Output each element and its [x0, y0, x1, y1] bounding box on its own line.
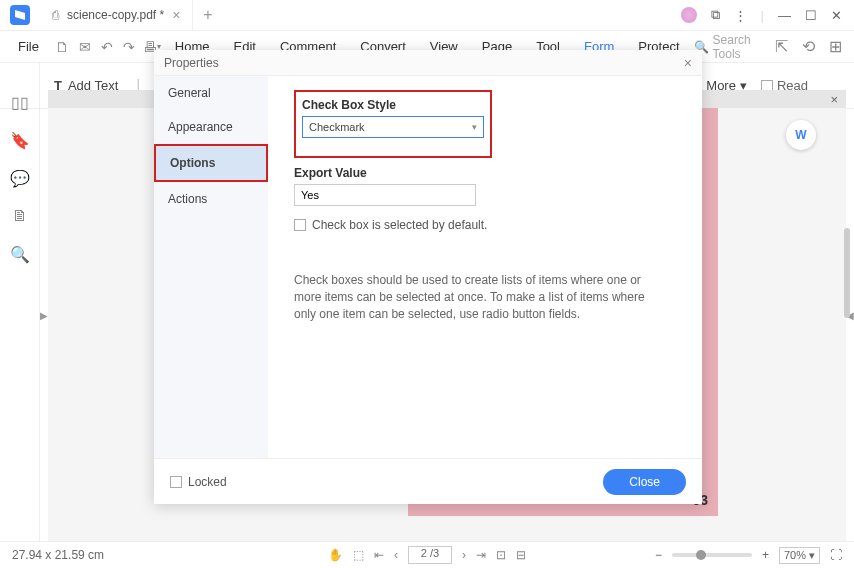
panel-content: Check Box Style Checkmark ▾ Export Value… [268, 76, 702, 458]
properties-panel: Properties × General Appearance Options … [154, 50, 702, 504]
help-text: Check boxes should be used to create lis… [294, 272, 654, 322]
panel-body: General Appearance Options Actions Check… [154, 76, 702, 458]
open-icon[interactable]: 🗋 [53, 35, 71, 59]
page-nav: ✋ ⬚ ⇤ ‹ 2 /3 › ⇥ ⊡ ⊟ [328, 546, 526, 564]
close-tab-icon[interactable]: × [172, 7, 180, 23]
search-panel-icon[interactable]: 🔍 [11, 245, 29, 263]
fit-width-icon[interactable]: ⊟ [516, 548, 526, 562]
chevron-down-icon: ▾ [472, 122, 477, 132]
word-export-badge[interactable]: W [786, 120, 816, 150]
page-indicator[interactable]: 2 /3 [408, 546, 452, 564]
select-tool-icon[interactable]: ⬚ [353, 548, 364, 562]
checkbox-icon [294, 219, 306, 231]
zoom-select[interactable]: 70% ▾ [779, 547, 820, 564]
save-icon[interactable]: ✉ [75, 35, 93, 59]
page-dimensions: 27.94 x 21.59 cm [12, 548, 104, 562]
zoom-slider[interactable] [672, 553, 752, 557]
scrollbar[interactable] [844, 108, 852, 518]
share-icon[interactable]: ⇱ [775, 37, 788, 56]
panel-close-icon[interactable]: × [684, 55, 692, 71]
highlight-checkbox-style: Check Box Style Checkmark ▾ [294, 90, 492, 158]
checkbox-style-value: Checkmark [309, 121, 365, 133]
minimize-button[interactable]: — [778, 8, 791, 23]
zoom-in-icon[interactable]: + [762, 548, 769, 562]
bookmark-icon[interactable]: 🔖 [11, 131, 29, 149]
default-checked-label: Check box is selected by default. [312, 218, 487, 232]
redo-icon[interactable]: ↷ [120, 35, 138, 59]
tab-appearance[interactable]: Appearance [154, 110, 268, 144]
export-value-label: Export Value [294, 166, 676, 180]
add-tab-button[interactable]: + [193, 6, 222, 24]
tab-title: science-copy.pdf * [67, 8, 164, 22]
tab-actions[interactable]: Actions [154, 182, 268, 216]
comments-icon[interactable]: 💬 [11, 169, 29, 187]
file-menu[interactable]: File [8, 35, 49, 58]
scroll-thumb[interactable] [844, 228, 850, 318]
search-tools[interactable]: 🔍 Search Tools [694, 33, 761, 61]
panel-header: Properties × [154, 50, 702, 76]
external-icon[interactable]: ⧉ [711, 7, 720, 23]
close-bar-icon[interactable]: × [830, 92, 838, 107]
titlebar: ⎙ science-copy.pdf * × + ⧉ ⋮ | — ☐ ✕ [0, 0, 854, 31]
zoom-out-icon[interactable]: − [655, 548, 662, 562]
zoom-thumb[interactable] [696, 550, 706, 560]
brand-orb-icon[interactable] [681, 7, 697, 23]
save-indicator-icon: ⎙ [52, 8, 59, 22]
document-tab[interactable]: ⎙ science-copy.pdf * × [40, 0, 193, 30]
tab-options[interactable]: Options [154, 144, 268, 182]
last-page-icon[interactable]: ⇥ [476, 548, 486, 562]
statusbar: 27.94 x 21.59 cm ✋ ⬚ ⇤ ‹ 2 /3 › ⇥ ⊡ ⊟ − … [0, 541, 854, 568]
checkbox-icon [170, 476, 182, 488]
search-placeholder: Search Tools [713, 33, 761, 61]
kebab-menu-icon[interactable]: ⋮ [734, 8, 747, 23]
panel-footer: Locked Close [154, 458, 702, 504]
tab-general[interactable]: General [154, 76, 268, 110]
export-value-input[interactable] [294, 184, 476, 206]
first-page-icon[interactable]: ⇤ [374, 548, 384, 562]
close-window-button[interactable]: ✕ [831, 8, 842, 23]
zoom-value: 70% [784, 549, 806, 561]
fit-page-icon[interactable]: ⊡ [496, 548, 506, 562]
locked-label: Locked [188, 475, 227, 489]
zoom-controls: − + 70% ▾ ⛶ [655, 547, 842, 564]
cloud-icon[interactable]: ⟲ [802, 37, 815, 56]
checkbox-style-select[interactable]: Checkmark ▾ [302, 116, 484, 138]
left-sidebar: ▯▯ 🔖 💬 🗎 🔍 [0, 63, 40, 541]
panel-title: Properties [164, 56, 219, 70]
titlebar-controls: ⧉ ⋮ | — ☐ ✕ [681, 7, 854, 23]
close-button[interactable]: Close [603, 469, 686, 495]
next-page-icon[interactable]: › [462, 548, 466, 562]
maximize-button[interactable]: ☐ [805, 8, 817, 23]
locked-checkbox[interactable]: Locked [170, 475, 227, 489]
grid-icon[interactable]: ⊞ [829, 37, 842, 56]
checkbox-style-label: Check Box Style [302, 98, 484, 112]
default-checked-row[interactable]: Check box is selected by default. [294, 218, 676, 232]
undo-icon[interactable]: ↶ [98, 35, 116, 59]
fullscreen-icon[interactable]: ⛶ [830, 548, 842, 562]
attachments-icon[interactable]: 🗎 [11, 207, 29, 225]
expand-left-icon[interactable]: ▶ [40, 310, 48, 321]
app-logo-icon[interactable] [10, 5, 30, 25]
hand-tool-icon[interactable]: ✋ [328, 548, 343, 562]
thumbnails-icon[interactable]: ▯▯ [11, 93, 29, 111]
panel-tabs: General Appearance Options Actions [154, 76, 268, 458]
prev-page-icon[interactable]: ‹ [394, 548, 398, 562]
